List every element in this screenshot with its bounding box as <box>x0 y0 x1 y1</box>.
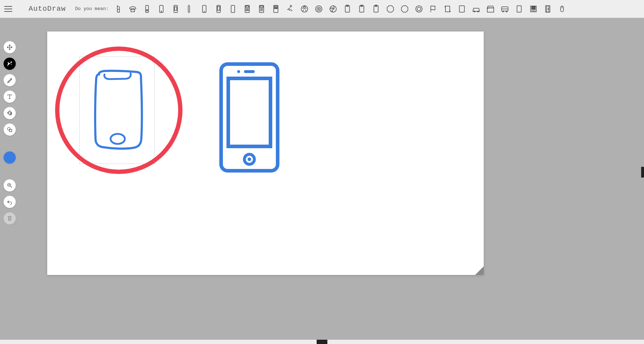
suggestion-lipstick-icon[interactable] <box>114 4 123 14</box>
suggestion-calculator-3-icon[interactable] <box>271 4 280 14</box>
svg-point-17 <box>247 9 248 9</box>
type-tool[interactable] <box>4 91 16 103</box>
suggestion-octagon-1-icon[interactable] <box>386 4 395 14</box>
smartphone-clipart[interactable] <box>219 62 280 173</box>
suggestion-smartphone-2-icon[interactable] <box>200 4 209 14</box>
suggestion-smartphone-3-icon[interactable] <box>214 4 223 14</box>
svg-rect-48 <box>459 6 464 12</box>
suggestion-octagon-2-icon[interactable] <box>400 4 409 14</box>
svg-point-19 <box>246 10 247 11</box>
draw-tool[interactable] <box>4 74 16 86</box>
svg-rect-30 <box>275 8 276 9</box>
suggestion-smartphone-4-icon[interactable] <box>228 4 238 14</box>
top-bar: AutoDraw Do you mean: <box>0 0 644 18</box>
svg-marker-45 <box>401 6 408 12</box>
svg-point-32 <box>290 5 292 7</box>
svg-rect-23 <box>260 6 263 8</box>
svg-rect-29 <box>274 8 275 9</box>
svg-point-82 <box>237 70 240 73</box>
svg-point-4 <box>147 10 148 11</box>
svg-point-18 <box>248 9 249 9</box>
svg-point-46 <box>416 6 422 12</box>
svg-point-69 <box>11 64 11 64</box>
svg-rect-13 <box>231 5 235 13</box>
suggestion-calculator-2-icon[interactable] <box>257 4 266 14</box>
suggestion-clipboard-3-icon[interactable] <box>371 4 381 14</box>
svg-rect-62 <box>535 6 535 9</box>
svg-rect-31 <box>277 8 277 9</box>
svg-marker-44 <box>387 6 394 12</box>
suggestion-clipboard-2-icon[interactable] <box>357 4 366 14</box>
suggestion-piano-keys-icon[interactable] <box>529 4 538 14</box>
canvas[interactable] <box>47 32 484 275</box>
suggestion-phone-handset-icon[interactable] <box>185 4 195 14</box>
suggestion-clipboard-1-icon[interactable] <box>343 4 352 14</box>
suggestion-rotary-phone-icon[interactable] <box>128 4 137 14</box>
svg-rect-61 <box>533 6 534 9</box>
suggestion-mouse-icon[interactable] <box>557 4 567 14</box>
svg-point-34 <box>316 6 322 12</box>
suggestion-document-icon[interactable] <box>514 4 524 14</box>
bottom-scroll-handle[interactable] <box>317 340 327 344</box>
undo-button[interactable] <box>4 196 16 208</box>
delete-button[interactable] <box>4 212 16 224</box>
color-picker[interactable] <box>4 151 16 164</box>
svg-rect-28 <box>274 6 277 7</box>
svg-rect-8 <box>175 7 177 10</box>
suggestion-circle-ring-icon[interactable] <box>414 4 424 14</box>
svg-rect-15 <box>246 6 249 8</box>
select-tool[interactable] <box>4 41 16 53</box>
shape-tool[interactable] <box>4 123 16 136</box>
svg-point-6 <box>161 11 162 12</box>
svg-point-52 <box>502 11 503 12</box>
suggestion-bus-icon[interactable] <box>500 4 509 14</box>
right-scroll-handle[interactable] <box>641 167 644 178</box>
suggestion-row <box>114 4 640 14</box>
svg-rect-79 <box>228 78 270 146</box>
svg-point-3 <box>147 10 147 11</box>
svg-line-73 <box>10 186 12 188</box>
suggestion-smartphone-1-icon[interactable] <box>157 4 166 14</box>
suggestion-car-icon[interactable] <box>472 4 481 14</box>
menu-button[interactable] <box>4 4 15 14</box>
svg-point-68 <box>8 62 8 63</box>
suggestion-runner-icon[interactable] <box>286 4 295 14</box>
svg-point-20 <box>247 10 248 11</box>
left-toolbar <box>4 41 16 224</box>
suggestion-badge-icon[interactable] <box>314 4 323 14</box>
svg-point-37 <box>330 6 336 12</box>
svg-point-77 <box>111 134 125 144</box>
svg-point-53 <box>506 11 507 12</box>
fill-tool[interactable] <box>4 107 16 119</box>
suggestion-scroll-icon[interactable] <box>443 4 452 14</box>
suggestion-mobile-battery-icon[interactable] <box>171 4 180 14</box>
hand-drawn-phone-sketch[interactable] <box>92 69 146 151</box>
svg-rect-83 <box>244 70 255 73</box>
suggestion-volleyball-icon[interactable] <box>328 4 338 14</box>
svg-rect-0 <box>146 5 148 13</box>
suggestion-calculator-1-icon[interactable] <box>243 4 252 14</box>
canvas-resize-corner[interactable] <box>475 266 484 275</box>
svg-point-35 <box>317 7 321 11</box>
do-you-mean-label: Do you mean: <box>75 6 109 11</box>
svg-point-65 <box>548 9 548 9</box>
suggestion-tablet-icon[interactable] <box>457 4 467 14</box>
svg-point-81 <box>248 158 251 161</box>
suggestion-soccer-ball-icon[interactable] <box>300 4 309 14</box>
suggestion-mobile-old-icon[interactable] <box>142 4 152 14</box>
suggestion-door-icon[interactable] <box>543 4 552 14</box>
app-title: AutoDraw <box>29 5 66 13</box>
svg-rect-60 <box>532 6 532 9</box>
suggestion-flag-icon[interactable] <box>429 4 438 14</box>
svg-point-36 <box>318 8 319 9</box>
suggestion-storefront-icon[interactable] <box>486 4 495 14</box>
svg-rect-5 <box>160 5 163 13</box>
autodraw-tool[interactable] <box>4 58 16 70</box>
svg-rect-55 <box>517 6 521 12</box>
zoom-tool[interactable] <box>4 179 16 192</box>
svg-point-21 <box>248 10 249 11</box>
svg-rect-12 <box>218 6 220 10</box>
svg-point-47 <box>417 7 421 11</box>
svg-point-2 <box>146 10 146 11</box>
svg-point-16 <box>246 9 247 9</box>
